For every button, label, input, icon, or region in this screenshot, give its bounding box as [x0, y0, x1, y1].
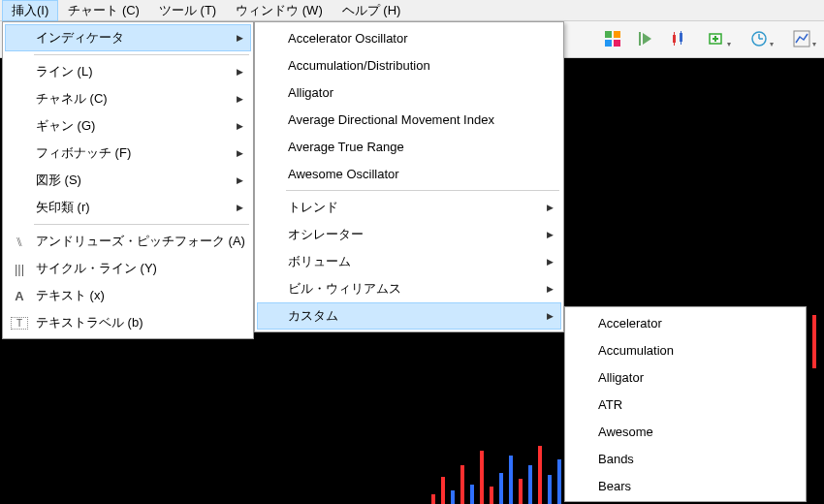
- menu-item-custom-accumulation[interactable]: Accumulation: [567, 336, 804, 363]
- candle: [460, 465, 464, 504]
- menu-item-awesome-oscillator[interactable]: Awesome Oscillator: [257, 160, 561, 187]
- play-icon: [637, 30, 654, 47]
- custom-submenu: Accelerator Accumulation Alligator ATR A…: [564, 306, 807, 502]
- menu-separator: [34, 54, 249, 55]
- toolbar-play-button[interactable]: [632, 25, 659, 52]
- menu-item-label: フィボナッチ (F): [36, 144, 131, 162]
- candle: [812, 315, 816, 368]
- text-a-icon: A: [11, 289, 28, 303]
- cycle-lines-icon: |||: [11, 262, 28, 276]
- toolbar-right-group: [599, 25, 820, 52]
- menu-item-custom-bands[interactable]: Bands: [567, 445, 804, 472]
- pitchfork-icon: ⑊: [11, 235, 28, 249]
- menu-item-accelerator-oscillator[interactable]: Accelerator Oscillator: [257, 24, 561, 51]
- menu-item-custom-bears[interactable]: Bears: [567, 472, 804, 499]
- menu-tool[interactable]: ツール (T): [149, 0, 226, 21]
- menu-item-fibonacci[interactable]: フィボナッチ (F): [5, 140, 251, 167]
- menu-item-bill-williams[interactable]: ビル・ウィリアムス: [257, 275, 561, 302]
- toolbar-chart-style-button[interactable]: [783, 25, 820, 52]
- menu-chart[interactable]: チャート (C): [58, 0, 149, 21]
- candle: [538, 446, 542, 504]
- menu-item-gann[interactable]: ギャン (G): [5, 112, 251, 140]
- menu-item-label: Accumulation/Distribution: [288, 58, 430, 73]
- menu-item-shapes[interactable]: 図形 (S): [5, 167, 251, 194]
- menu-separator: [34, 224, 249, 225]
- text-label-icon: T: [11, 317, 28, 330]
- clock-icon: [750, 30, 768, 47]
- line-chart-icon: [793, 30, 810, 47]
- menu-item-alligator[interactable]: Alligator: [257, 79, 561, 106]
- menu-item-label: ギャン (G): [36, 117, 95, 135]
- toolbar-add-button[interactable]: [698, 25, 735, 52]
- menu-insert[interactable]: 挿入(I): [2, 0, 58, 21]
- menu-item-volume[interactable]: ボリューム: [257, 248, 561, 275]
- svg-rect-0: [605, 31, 612, 38]
- menu-item-label: アンドリューズ・ピッチフォーク (A): [36, 233, 245, 250]
- menu-item-label: サイクル・ライン (Y): [36, 260, 157, 277]
- menu-item-label: テキスト (x): [36, 287, 105, 304]
- menu-item-atr[interactable]: Average True Range: [257, 133, 561, 160]
- menu-item-label: トレンド: [288, 199, 338, 216]
- indicator-submenu: Accelerator Oscillator Accumulation/Dist…: [254, 21, 564, 332]
- svg-rect-1: [614, 31, 620, 38]
- menu-item-label: インディケータ: [36, 29, 124, 47]
- menu-item-trend[interactable]: トレンド: [257, 194, 561, 221]
- candle: [490, 487, 493, 504]
- insert-menu: インディケータ ライン (L) チャネル (C) ギャン (G) フィボナッチ …: [2, 21, 254, 339]
- candles-icon: [670, 30, 687, 47]
- menu-item-label: Average Directional Movement Index: [288, 112, 494, 127]
- menu-item-custom-alligator[interactable]: Alligator: [567, 363, 804, 391]
- menu-item-text-label[interactable]: T テキストラベル (b): [5, 309, 251, 336]
- menu-item-channel[interactable]: チャネル (C): [5, 85, 251, 112]
- menu-item-oscillator[interactable]: オシレーター: [257, 221, 561, 248]
- menu-item-text[interactable]: A テキスト (x): [5, 282, 251, 309]
- candle: [557, 459, 561, 504]
- candle: [470, 485, 474, 504]
- menu-item-indicator[interactable]: インディケータ: [5, 24, 251, 51]
- menu-item-adx[interactable]: Average Directional Movement Index: [257, 106, 561, 133]
- menu-item-label: Awesome Oscillator: [288, 167, 399, 181]
- toolbar-time-button[interactable]: [741, 25, 777, 52]
- menu-item-label: Alligator: [288, 85, 333, 100]
- menu-item-label: ライン (L): [36, 63, 93, 80]
- menu-item-custom-atr[interactable]: ATR: [567, 391, 804, 418]
- menu-help[interactable]: ヘルプ (H): [333, 0, 411, 21]
- svg-rect-2: [605, 40, 612, 47]
- menu-item-label: 矢印類 (r): [36, 199, 90, 216]
- menu-item-line[interactable]: ライン (L): [5, 58, 251, 85]
- svg-rect-9: [681, 31, 681, 45]
- menu-separator: [286, 190, 559, 191]
- menu-item-label: 図形 (S): [36, 172, 81, 189]
- menu-item-label: Accumulation: [598, 343, 674, 358]
- menu-item-label: Accelerator Oscillator: [288, 31, 408, 46]
- menu-item-accumulation-distribution[interactable]: Accumulation/Distribution: [257, 51, 561, 79]
- menu-item-arrows[interactable]: 矢印類 (r): [5, 194, 251, 221]
- menu-item-label: チャネル (C): [36, 90, 108, 108]
- menu-item-label: Bands: [598, 452, 634, 466]
- menu-item-label: Accelerator: [598, 316, 662, 331]
- menu-item-cycle-line[interactable]: ||| サイクル・ライン (Y): [5, 255, 251, 282]
- candle: [441, 477, 445, 504]
- candle: [548, 475, 552, 504]
- svg-rect-3: [614, 40, 620, 47]
- menu-item-label: カスタム: [288, 307, 338, 325]
- grid-icon: [604, 30, 621, 47]
- svg-rect-4: [639, 32, 641, 46]
- plus-icon: [708, 30, 725, 47]
- toolbar-grid-button[interactable]: [599, 25, 626, 52]
- menubar: 挿入(I) チャート (C) ツール (T) ウィンドウ (W) ヘルプ (H): [0, 0, 824, 21]
- candle: [509, 456, 513, 504]
- menu-window[interactable]: ウィンドウ (W): [226, 0, 333, 21]
- menu-item-custom-awesome[interactable]: Awesome: [567, 418, 804, 445]
- menu-item-custom[interactable]: カスタム: [257, 302, 561, 330]
- menu-item-custom-accelerator[interactable]: Accelerator: [567, 309, 804, 336]
- menu-item-andrews-pitchfork[interactable]: ⑊ アンドリューズ・ピッチフォーク (A): [5, 228, 251, 255]
- svg-rect-7: [674, 32, 675, 46]
- toolbar-candles-button[interactable]: [665, 25, 692, 52]
- candle: [480, 451, 484, 504]
- candle: [499, 473, 503, 504]
- candle: [519, 479, 523, 504]
- menu-item-label: ATR: [598, 397, 622, 412]
- svg-marker-5: [643, 33, 651, 45]
- menu-item-label: Bears: [598, 479, 631, 493]
